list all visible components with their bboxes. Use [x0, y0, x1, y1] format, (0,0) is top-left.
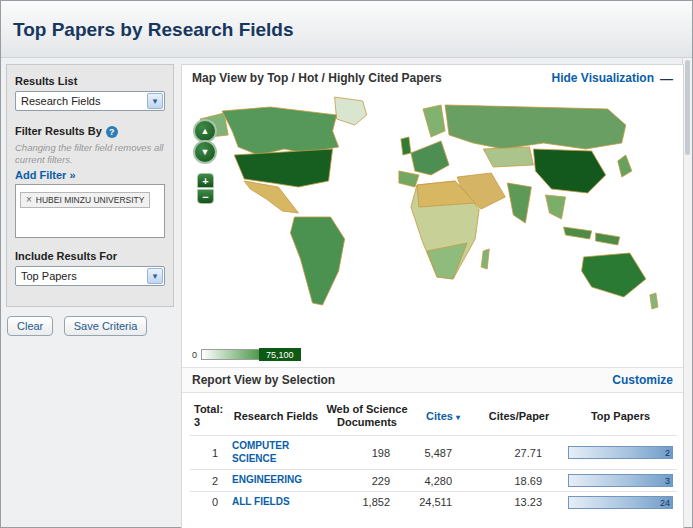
table-row: 1 COMPUTER SCIENCE 198 5,487 27.71 2 — [190, 436, 677, 470]
top-papers-bar: 24 — [568, 496, 673, 509]
hide-visualization-link[interactable]: Hide Visualization — — [552, 71, 673, 86]
customize-link[interactable]: Customize — [612, 373, 673, 387]
total-label: Total: 3 — [190, 397, 230, 436]
filter-chip[interactable]: × HUBEI MINZU UNIVERSITY — [20, 192, 150, 208]
legend-max-label: 75,100 — [259, 348, 301, 361]
top-papers-value: 24 — [660, 497, 670, 509]
row-cites: 24,511 — [412, 491, 474, 512]
top-papers-bar: 3 — [568, 474, 673, 487]
research-field-link[interactable]: COMPUTER SCIENCE — [230, 436, 322, 470]
app-window: Top Papers by Research Fields Results Li… — [0, 0, 693, 528]
remove-filter-icon[interactable]: × — [26, 195, 32, 205]
results-list-value: Research Fields — [21, 95, 100, 107]
pan-down-button[interactable]: ▼ — [193, 140, 217, 164]
top-papers-bar: 2 — [568, 446, 673, 459]
scrollbar-thumb[interactable] — [685, 60, 690, 155]
col-cites-sort[interactable]: Cites ▾ — [412, 397, 474, 436]
row-docs: 1,852 — [322, 491, 412, 512]
include-results-label: Include Results For — [15, 250, 165, 262]
legend-gradient — [201, 349, 259, 360]
row-cites-per-paper: 27.71 — [474, 436, 564, 470]
col-cites-per-paper: Cites/Paper — [474, 397, 564, 436]
table-row: 0 ALL FIELDS 1,852 24,511 13.23 24 — [190, 491, 677, 512]
results-table: Total: 3 Research Fields Web of Science … — [190, 397, 677, 512]
include-results-select[interactable]: Top Papers ▾ — [15, 266, 165, 286]
active-filters-box: × HUBEI MINZU UNIVERSITY — [15, 184, 165, 238]
page-title: Top Papers by Research Fields — [1, 1, 692, 41]
map-view-title: Map View by Top / Hot / Highly Cited Pap… — [192, 71, 442, 85]
research-field-link[interactable]: ENGINEERING — [230, 470, 322, 492]
row-rank: 1 — [190, 436, 230, 470]
main-panel: Map View by Top / Hot / Highly Cited Pap… — [181, 64, 684, 528]
table-header-row: Total: 3 Research Fields Web of Science … — [190, 397, 677, 436]
col-cites-label: Cites — [426, 410, 453, 422]
top-papers-value: 3 — [665, 475, 670, 487]
zoom-in-button[interactable]: + — [197, 173, 214, 188]
row-cites-per-paper: 13.23 — [474, 491, 564, 512]
sort-down-icon: ▾ — [456, 413, 460, 422]
map-countries — [200, 97, 658, 309]
sidebar: Results List Research Fields ▾ Filter Re… — [6, 64, 174, 307]
arrow-up-icon: ▲ — [201, 126, 210, 136]
col-research-fields: Research Fields — [230, 397, 322, 436]
col-top-papers: Top Papers — [564, 397, 677, 436]
filter-by-label-text: Filter Results By — [15, 125, 102, 137]
filter-note: Changing the filter field removes all cu… — [15, 142, 165, 166]
legend-min-label: 0 — [192, 350, 197, 360]
world-map[interactable] — [186, 91, 678, 333]
map-region: ▲ ▼ + − 0 75,100 — [182, 91, 683, 367]
include-results-value: Top Papers — [21, 270, 77, 282]
research-field-link[interactable]: ALL FIELDS — [230, 491, 322, 512]
table-row: 2 ENGINEERING 229 4,280 18.69 3 — [190, 470, 677, 492]
map-view-header: Map View by Top / Hot / Highly Cited Pap… — [182, 65, 683, 91]
add-filter-link[interactable]: Add Filter » — [15, 169, 165, 181]
save-criteria-button[interactable]: Save Criteria — [64, 316, 148, 336]
top-papers-value: 2 — [665, 447, 670, 459]
map-controls: ▲ ▼ + − — [192, 119, 220, 204]
arrow-down-icon: ▼ — [201, 147, 210, 157]
row-docs: 229 — [322, 470, 412, 492]
filter-chip-label: HUBEI MINZU UNIVERSITY — [36, 195, 145, 205]
row-cites: 4,280 — [412, 470, 474, 492]
row-rank: 0 — [190, 491, 230, 512]
row-cites-per-paper: 18.69 — [474, 470, 564, 492]
hide-visualization-label: Hide Visualization — [552, 71, 654, 85]
sidebar-buttons: Clear Save Criteria — [7, 316, 153, 336]
report-view-title: Report View by Selection — [192, 373, 335, 387]
clear-button[interactable]: Clear — [7, 316, 53, 336]
help-icon[interactable]: ? — [106, 126, 118, 138]
chevron-down-icon[interactable]: ▾ — [147, 93, 163, 109]
row-docs: 198 — [322, 436, 412, 470]
col-wos-documents: Web of Science Documents — [322, 397, 412, 436]
results-list-select[interactable]: Research Fields ▾ — [15, 91, 165, 111]
map-legend: 0 75,100 — [192, 348, 301, 361]
page-header: Top Papers by Research Fields — [1, 1, 692, 58]
filter-by-label: Filter Results By? — [15, 125, 165, 138]
row-rank: 2 — [190, 470, 230, 492]
chevron-down-icon[interactable]: ▾ — [147, 268, 163, 284]
report-view-header: Report View by Selection Customize — [182, 367, 683, 393]
zoom-control: + − — [197, 173, 214, 204]
results-list-label: Results List — [15, 75, 165, 87]
row-cites: 5,487 — [412, 436, 474, 470]
minus-icon: — — [660, 71, 673, 86]
zoom-out-button[interactable]: − — [197, 189, 214, 204]
